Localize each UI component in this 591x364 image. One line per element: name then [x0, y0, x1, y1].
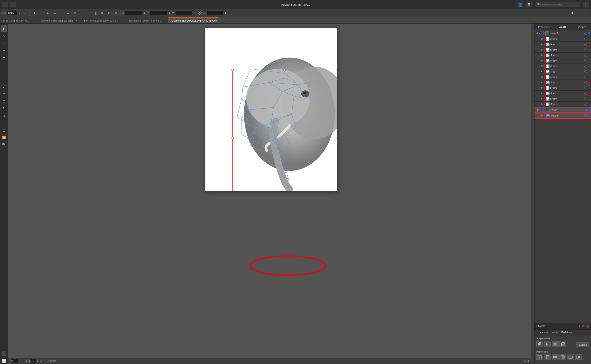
w-input[interactable]: 8.8194 in — [176, 11, 193, 15]
path-12-visibility[interactable]: 👁 — [540, 97, 544, 101]
page-input[interactable] — [31, 359, 36, 363]
tab-3-close[interactable]: ✕ — [163, 20, 165, 22]
path-8-target[interactable] — [584, 76, 587, 78]
eraser-tool[interactable]: ◻ — [1, 98, 7, 104]
tab-2[interactable]: Self Portrait.ai @ 100 % (CMY... ✕ — [81, 17, 125, 23]
tab-0[interactable]: 0* @ 33.33 % (CMYK/... ✕ — [0, 17, 36, 23]
path-row-9[interactable]: 👁 <Path> — [535, 80, 591, 85]
merge-btn[interactable] — [552, 354, 558, 360]
rotate-tool[interactable]: ↻ — [1, 105, 7, 111]
distribute-vcenter-icon[interactable]: ⊞ — [99, 10, 105, 16]
prev-page-btn[interactable]: ◀ — [28, 360, 30, 362]
layer-1-target[interactable] — [584, 109, 587, 111]
grid-view-icon[interactable]: ⊞ — [569, 10, 575, 16]
direct-selection-tool[interactable]: ▷ — [1, 33, 7, 39]
align-top-icon[interactable]: ⬆ — [31, 10, 37, 16]
path-6-visibility[interactable]: 👁 — [540, 64, 544, 68]
image-row[interactable]: 👁 🖼 <Image> — [535, 113, 591, 118]
path-10-target[interactable] — [584, 87, 587, 89]
path-row-7[interactable]: 👁 <Path> — [535, 69, 591, 74]
opacity-arrow[interactable]: › — [18, 10, 21, 16]
tab-0-close[interactable]: ✕ — [31, 20, 33, 22]
artboard-mode-icon[interactable]: ⬜ — [1, 358, 7, 364]
divide-btn[interactable] — [536, 354, 543, 360]
scale-tool[interactable]: ⇲ — [1, 112, 7, 119]
layer-2-visibility[interactable]: 👁 — [535, 32, 539, 35]
delete-layer-btn[interactable]: 🗑 — [586, 324, 589, 328]
align-hcenter-icon[interactable]: ↕ — [38, 10, 44, 16]
magic-wand-tool[interactable]: ✦ — [1, 40, 7, 46]
path-row-4[interactable]: 👁 <Path> — [535, 52, 591, 58]
align-vcenter-icon[interactable]: ↔ — [59, 10, 64, 16]
layer-2-select[interactable] — [588, 32, 590, 34]
path-row-1[interactable]: 👁 <Path> — [535, 36, 591, 42]
rotation-input[interactable] — [10, 359, 18, 363]
search-input[interactable] — [542, 3, 578, 6]
path-2-select[interactable] — [588, 43, 590, 46]
warp-tool[interactable]: ⌇ — [1, 120, 7, 126]
distribute-bottom-icon[interactable]: ⋯ — [86, 10, 92, 16]
first-page-btn[interactable]: |◀ — [25, 360, 27, 362]
w-stepper[interactable]: ⬆ — [193, 10, 196, 16]
path-3-target[interactable] — [584, 48, 587, 51]
path-4-target[interactable] — [584, 54, 587, 57]
path-1-visibility[interactable]: 👁 — [540, 37, 544, 41]
gradient-tool[interactable]: ◫ — [1, 127, 7, 133]
exclude-btn[interactable] — [559, 341, 566, 347]
intersect-btn[interactable] — [552, 341, 558, 347]
path-1-target[interactable] — [584, 38, 587, 40]
align-tab[interactable]: Align — [551, 331, 558, 334]
align-grid-icon[interactable]: ☷ — [22, 10, 28, 16]
path-1-select[interactable] — [588, 38, 590, 40]
path-7-visibility[interactable]: 👁 — [540, 70, 544, 73]
path-13-target[interactable] — [584, 103, 587, 106]
tab-properties[interactable]: Properties — [535, 24, 553, 30]
path-8-visibility[interactable]: 👁 — [540, 75, 544, 79]
unite-btn[interactable] — [536, 341, 543, 347]
next-page-btn[interactable]: ▶ — [37, 360, 39, 362]
layer-2-row[interactable]: 👁 ▾ Layer 2 — [535, 30, 591, 36]
minus-front-btn[interactable] — [544, 341, 551, 347]
h-input[interactable]: 8.7778 in — [206, 11, 223, 15]
path-10-visibility[interactable]: 👁 — [540, 86, 544, 90]
x-stepper[interactable]: ⬆ — [143, 10, 146, 16]
tab-1-close[interactable]: ✕ — [76, 20, 77, 22]
path-11-select[interactable] — [588, 92, 590, 95]
path-6-select[interactable] — [588, 65, 590, 67]
align-right-icon[interactable]: ➡ — [65, 10, 71, 16]
path-2-visibility[interactable]: 👁 — [540, 43, 544, 46]
distribute-spacing-icon[interactable]: ⊠ — [113, 10, 119, 16]
path-6-target[interactable] — [584, 65, 587, 68]
layer-1-visibility[interactable]: 👁 — [536, 108, 539, 112]
distribute-top-icon[interactable]: ≡ — [72, 10, 78, 16]
account-icon[interactable]: 👤 — [517, 2, 523, 7]
pathfinder-tab[interactable]: Pathfinder — [560, 331, 573, 334]
path-8-select[interactable] — [588, 76, 590, 78]
path-row-3[interactable]: 👁 <Path> — [535, 47, 591, 52]
path-row-2[interactable]: 👁 <Path> — [535, 42, 591, 47]
distribute-right-icon[interactable]: ⊟ — [106, 10, 112, 16]
path-3-select[interactable] — [588, 49, 590, 51]
path-4-visibility[interactable]: 👁 — [540, 53, 544, 57]
panel-menu-icon[interactable]: ⋮ — [587, 331, 589, 334]
list-view-icon[interactable]: ☰ — [576, 10, 582, 16]
back-button[interactable]: ‹ — [2, 2, 8, 7]
panel-options-icon[interactable]: ⋮ — [583, 10, 589, 16]
layer-1-expand[interactable]: ▾ — [539, 109, 543, 111]
pencil-tool[interactable]: ✏ — [1, 91, 7, 97]
arrange-windows-icon[interactable]: ☷ — [526, 2, 532, 7]
line-tool[interactable]: / — [1, 69, 7, 75]
path-13-select[interactable] — [588, 103, 590, 105]
text-tool[interactable]: T — [1, 62, 7, 68]
zoom-tool[interactable]: 🔍 — [1, 141, 7, 148]
path-9-visibility[interactable]: 👁 — [540, 81, 544, 84]
make-clipping-mask-btn[interactable]: ⊙ — [582, 324, 585, 328]
tab-libraries[interactable]: Libraries — [572, 24, 591, 30]
forward-button[interactable]: › — [10, 2, 16, 7]
tab-4[interactable]: Elephant Stained Glass.svg* @ 50 % (CMYK… — [168, 17, 218, 23]
tab-layers[interactable]: Layers — [553, 24, 572, 30]
x-input[interactable]: 4.1597 in — [125, 11, 142, 15]
selection-tool[interactable]: ▶ — [1, 25, 7, 32]
path-13-visibility[interactable]: 👁 — [540, 103, 544, 106]
tab-2-close[interactable]: ✕ — [120, 20, 122, 22]
